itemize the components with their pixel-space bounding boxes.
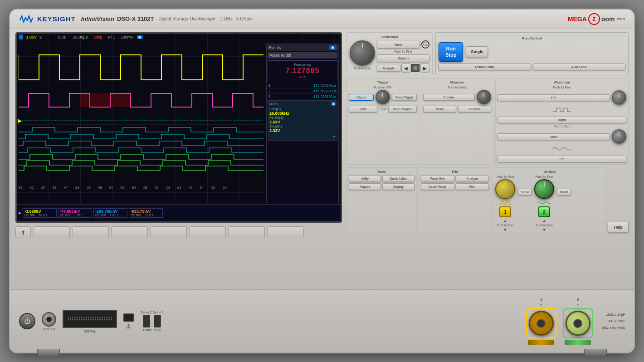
horiz-btn[interactable]: Horiz	[377, 41, 420, 49]
softkey-4[interactable]	[151, 226, 187, 238]
horizontal-timebase-knob[interactable]	[350, 40, 375, 66]
measure-knob[interactable]	[477, 90, 491, 104]
series-name: InfiniiVision	[81, 15, 114, 22]
right-knob-upper-marker	[619, 93, 620, 98]
softkey-5[interactable]	[190, 226, 226, 238]
ch2-meas-block: -77.000mV DC BW 1.00:1	[58, 208, 92, 218]
tools-row1: Utility Quick Action	[349, 175, 415, 182]
pin	[86, 317, 87, 318]
y-label: Y	[577, 303, 579, 307]
pin	[81, 317, 83, 318]
waveform-row2: Math	[498, 129, 626, 144]
touch-btn[interactable]: Touch	[557, 189, 571, 196]
vertical-section-label: Vertical	[495, 170, 604, 174]
ch2-up-arrow[interactable]: ▲	[542, 218, 546, 223]
right-knob-lower[interactable]	[612, 129, 626, 144]
front-bottom-panel: ⏻ Gen Out DIGITAL	[10, 289, 634, 352]
nav-right-btn[interactable]: ▶	[420, 64, 429, 73]
ch1-connector-label: 1	[540, 298, 542, 302]
cursors-label-btn[interactable]: Cursors	[458, 106, 491, 113]
ch1-arrow-group: ▲ Push to Zero ▼	[497, 218, 513, 232]
ref-btn[interactable]: Ref	[498, 156, 626, 162]
default-setup-btn[interactable]: Default Setup	[439, 64, 531, 70]
acquire-btn[interactable]: Acquire	[349, 183, 381, 190]
trigger-level-knob[interactable]	[376, 90, 390, 104]
setup-buttons: Default Setup Auto Scale	[439, 64, 625, 70]
add-meas-btn[interactable]: +	[269, 134, 336, 139]
meas-header: Meas ▣	[269, 102, 336, 106]
serial-btn[interactable]: Serial	[518, 189, 532, 196]
mode-coupling-btn[interactable]: Mode Coupling	[388, 106, 417, 113]
single-button[interactable]: Single	[466, 46, 488, 57]
ch1-up-arrow[interactable]: ▲	[503, 218, 507, 223]
waveform-shape-icon	[553, 106, 571, 113]
ch2-indicator: 2	[39, 35, 42, 39]
display-btn[interactable]: Display	[382, 183, 415, 190]
svg-text:05: 05	[155, 186, 158, 189]
mega-text: MEGA	[568, 15, 587, 23]
ch3-bw-info: DC BW 1.00:1	[95, 214, 126, 217]
ch1-bw: DC BW	[24, 214, 35, 217]
nav-left-btn[interactable]: ◀	[401, 64, 410, 73]
ch2-knob-marker	[544, 182, 545, 186]
utility-btn[interactable]: Utility	[349, 175, 381, 182]
oscilloscope-screen: 1 1.00V 2 0.0s 20.00μs Stop Pt 1 500mV ▣…	[15, 32, 342, 223]
meas-icon: ▣	[331, 102, 336, 106]
save-recall-btn[interactable]: Save/ Recall	[421, 183, 454, 190]
ch1-group: Push for Fine 1 ▲ Push to Zero	[495, 175, 515, 232]
softkey-1[interactable]	[34, 226, 70, 238]
quick-action-btn[interactable]: Quick Action	[382, 175, 415, 182]
right-knob-upper[interactable]	[612, 90, 626, 105]
ch2-button[interactable]: 2	[538, 206, 550, 217]
force-trigger-btn[interactable]: Force Trigger	[392, 94, 417, 101]
serial-group: Serial	[518, 189, 532, 196]
softkey-3[interactable]	[112, 226, 148, 238]
softkey-2[interactable]	[73, 226, 109, 238]
oscilloscope-body: KEYSIGHT InfiniiVision DSO-X 3102T Digit…	[9, 9, 635, 353]
pin	[102, 317, 103, 318]
run-stop-button[interactable]: Run Stop	[439, 42, 463, 62]
ch1-down-arrow[interactable]: ▼	[503, 227, 507, 232]
print-btn[interactable]: Print	[456, 183, 489, 190]
svg-text:E4: E4	[132, 186, 136, 189]
analyze-btn[interactable]: Analyze	[456, 175, 489, 182]
wave-gen-btn[interactable]: Wave Gen	[421, 175, 454, 182]
pin	[95, 317, 96, 318]
navigate-btn[interactable]: Navigate	[377, 65, 400, 72]
trigger-knob-marker	[382, 93, 383, 97]
ch2-contact-pins	[565, 340, 591, 345]
search-icon-btn[interactable]	[421, 40, 429, 49]
trigger-section: Trigger Push for 50% Trigger Force Trigg…	[346, 78, 419, 165]
events-blue-btn[interactable]: ▣	[329, 45, 337, 50]
ch2-down-arrow[interactable]: ▼	[542, 227, 546, 232]
pin	[104, 317, 105, 318]
ch2-volts-div-knob[interactable]	[534, 179, 554, 199]
tools-section-label: Tools	[349, 170, 415, 174]
ch1-button[interactable]: 1	[499, 206, 511, 217]
probe-slot-1	[143, 315, 150, 328]
trigger-btn[interactable]: Trigger	[349, 94, 374, 101]
softkey-upload-btn[interactable]: ⬆	[15, 226, 31, 238]
usb-icon	[125, 323, 132, 329]
pin	[88, 319, 89, 320]
auto-scale-btn[interactable]: Auto Scale	[533, 64, 625, 70]
search-btn[interactable]: Search	[377, 54, 429, 62]
right-knob-lower-marker	[619, 132, 620, 137]
power-button[interactable]: ⏻	[19, 313, 35, 329]
meas-btn[interactable]: Meas	[423, 106, 456, 113]
ch1-contact-pins	[528, 340, 554, 345]
ch4-meas-block: -893.75mV DC BW 10.0:1	[129, 208, 163, 218]
digital-btn[interactable]: Digital	[498, 117, 626, 123]
softkey-7[interactable]	[268, 226, 304, 238]
zone-btn[interactable]: Zone	[349, 106, 377, 113]
nav-stop-btn[interactable]	[411, 64, 420, 72]
run-control-buttons: Run Stop Single	[439, 42, 625, 62]
fft-btn[interactable]: FFT	[498, 94, 610, 101]
ch1-volts-div-knob[interactable]	[495, 179, 515, 199]
main-content: 1 1.00V 2 0.0s 20.00μs Stop Pt 1 500mV ▣…	[10, 29, 634, 289]
help-btn[interactable]: Help	[608, 222, 629, 233]
navigate-row: Navigate ◀ ▶	[377, 64, 429, 73]
softkey-6[interactable]	[229, 226, 265, 238]
cursors-btn[interactable]: Cursors	[423, 94, 475, 101]
math-btn[interactable]: Math	[498, 133, 610, 140]
